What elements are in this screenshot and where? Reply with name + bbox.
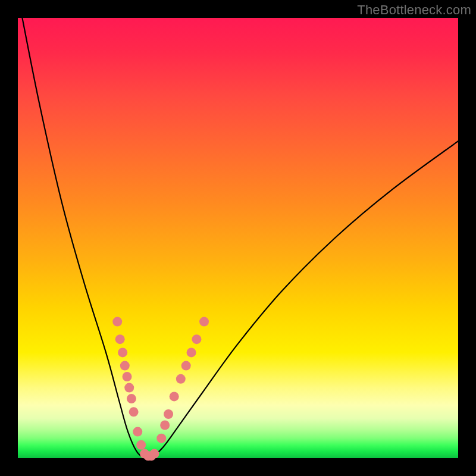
highlight-dot <box>176 374 186 384</box>
outer-frame: TheBottleneck.com <box>0 0 476 476</box>
highlight-dot <box>112 317 122 327</box>
highlight-dots-group <box>112 317 209 461</box>
bottleneck-curve <box>22 18 458 458</box>
highlight-dot <box>118 347 127 357</box>
highlight-dot <box>127 394 136 403</box>
highlight-dot <box>115 334 125 344</box>
plot-area <box>18 18 458 458</box>
highlight-dot <box>136 440 146 450</box>
highlight-dot <box>199 317 209 327</box>
highlight-dot <box>133 427 142 437</box>
highlight-dot <box>160 421 170 430</box>
highlight-dot <box>124 383 134 393</box>
chart-svg <box>18 18 458 458</box>
highlight-dot <box>129 407 139 416</box>
highlight-dot <box>123 372 132 381</box>
highlight-dot <box>170 392 179 401</box>
highlight-dot <box>187 347 196 357</box>
highlight-dot <box>156 434 166 443</box>
highlight-dot <box>181 361 191 371</box>
highlight-dot <box>149 449 159 459</box>
highlight-dot <box>164 409 173 419</box>
watermark-text: TheBottleneck.com <box>357 2 471 18</box>
highlight-dot <box>120 361 130 371</box>
highlight-dot <box>192 334 201 344</box>
